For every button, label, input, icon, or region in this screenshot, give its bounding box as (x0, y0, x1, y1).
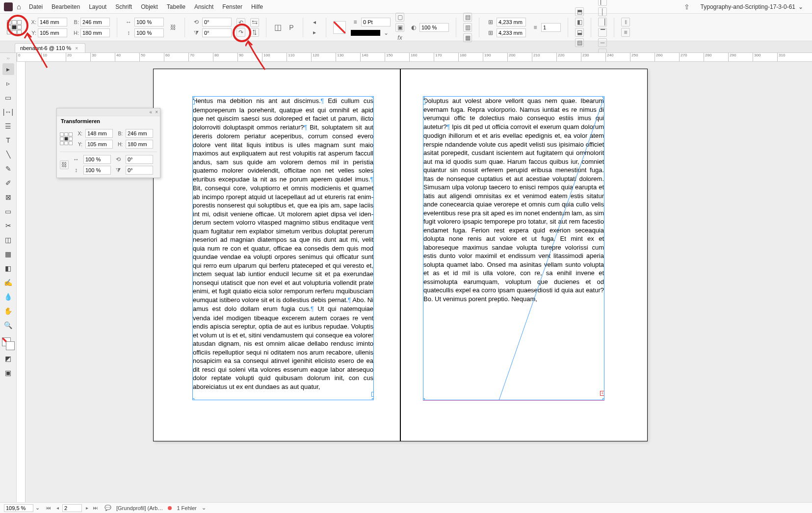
transform-panel[interactable]: «× Transformieren X: Y: B: H: (56, 108, 160, 178)
corner-options-icon[interactable]: ▢ (395, 13, 404, 22)
panel-constrain-icon[interactable]: ⛓ (60, 160, 69, 169)
panel-w-field[interactable] (126, 129, 153, 138)
wrap-bounding-icon[interactable]: ▥ (463, 23, 472, 32)
h-field[interactable] (80, 28, 110, 37)
select-content-icon[interactable]: P (287, 23, 296, 32)
flip-horizontal-icon[interactable]: ⮀ (250, 18, 259, 27)
last-page-icon[interactable]: ⏭ (92, 504, 100, 512)
fill-stroke-proxy[interactable] (2, 337, 15, 350)
x-field[interactable] (38, 18, 67, 26)
type-tool[interactable]: T (2, 134, 14, 146)
align-center-v-icon[interactable]: ◧ (575, 18, 584, 26)
free-transform-tool[interactable]: ◫ (2, 234, 14, 246)
object-prev-icon[interactable]: ◂ (310, 18, 319, 26)
text-frame-right[interactable]: Doluptus aut volest abore vellorit quas … (423, 96, 604, 400)
gradient-feather-tool[interactable]: ◧ (2, 262, 14, 274)
eyedropper-tool[interactable]: 💧 (2, 291, 14, 303)
constrain-icon[interactable]: ⛓ (169, 23, 178, 32)
text-frame-left[interactable]: Hentus ma debition nis ant aut discimus.… (192, 96, 374, 400)
menu-bearbeiten[interactable]: Bearbeiten (48, 1, 84, 12)
home-icon[interactable]: ⌂ (17, 2, 21, 11)
panel-y-field[interactable] (85, 140, 113, 149)
chevron-down-icon[interactable]: ⌄ (35, 505, 40, 511)
y-field[interactable] (38, 28, 67, 37)
first-page-icon[interactable]: ⏮ (45, 504, 52, 512)
in-port[interactable] (423, 100, 425, 104)
zoom-tool[interactable]: 🔍 (2, 319, 14, 331)
fx-icon[interactable]: fx (395, 33, 404, 42)
columns-field[interactable] (541, 23, 561, 32)
open-dialog-icon[interactable]: 💬 (105, 505, 111, 511)
panel-close-icon[interactable]: × (155, 109, 158, 115)
stroke-weight-field[interactable] (361, 18, 391, 26)
screen-mode-icon[interactable]: ▣ (2, 367, 14, 379)
stroke-style[interactable] (351, 30, 380, 36)
page-tool[interactable]: ▭ (2, 92, 14, 103)
pen-tool[interactable]: ✎ (2, 163, 14, 175)
align-bottom-icon[interactable]: ⬓ (575, 28, 584, 37)
close-icon[interactable]: × (75, 46, 78, 51)
panel-reference-point[interactable] (60, 132, 73, 145)
opacity-field[interactable] (419, 23, 449, 32)
effects-icon[interactable]: ▣ (395, 23, 404, 32)
transform-panel-tab[interactable]: Transformieren (57, 116, 160, 126)
content-collector-tool[interactable]: ☰ (2, 120, 14, 132)
line-tool[interactable]: ╲ (2, 149, 14, 160)
gap-tool[interactable]: |↔| (2, 106, 14, 118)
rotate-cw-icon[interactable]: ↷ (236, 28, 245, 37)
menu-schrift[interactable]: Schrift (111, 1, 136, 12)
panel-shear-field[interactable] (126, 166, 153, 175)
preflight-errors[interactable]: 1 Fehler (177, 505, 196, 511)
menu-layout[interactable]: Layout (85, 1, 110, 12)
object-next-icon[interactable]: ▸ (310, 28, 319, 37)
wrap-shape-icon[interactable]: ▦ (463, 33, 472, 42)
menu-tabelle[interactable]: Tabelle (163, 1, 189, 12)
menu-hilfe[interactable]: Hilfe (247, 1, 267, 12)
menu-ansicht[interactable]: Ansicht (190, 1, 217, 12)
gradient-swatch-tool[interactable]: ▦ (2, 248, 14, 260)
rotate-ccw-icon[interactable]: ↶ (236, 18, 245, 27)
align-vcenter-icon[interactable]: ─ (598, 38, 607, 47)
panel-rot-field[interactable] (126, 155, 153, 164)
align-hcenter-icon[interactable]: │ (598, 7, 607, 16)
gap-b-field[interactable] (497, 28, 526, 37)
select-container-icon[interactable]: ◫ (273, 23, 282, 32)
menu-objekt[interactable]: Objekt (137, 1, 162, 12)
prev-page-icon[interactable]: ◂ (53, 504, 61, 512)
note-tool[interactable]: ✍ (2, 277, 14, 288)
panel-collapse-icon[interactable]: « (150, 109, 153, 115)
flip-vertical-icon[interactable]: ⮁ (250, 28, 259, 37)
out-port[interactable] (371, 392, 374, 397)
scale-y-field[interactable] (134, 28, 164, 37)
menu-fenster[interactable]: Fenster (218, 1, 246, 12)
panel-sy-field[interactable] (83, 166, 111, 175)
chevron-down-icon[interactable]: ⌄ (202, 505, 206, 511)
wrap-none-icon[interactable]: ▤ (463, 13, 472, 22)
w-field[interactable] (80, 18, 110, 26)
gap-a-field[interactable] (497, 18, 526, 26)
hand-tool[interactable]: ✋ (2, 305, 14, 317)
direct-selection-tool[interactable]: ▹ (2, 77, 14, 89)
distribute-v-icon[interactable]: ≡ (621, 28, 630, 37)
chevron-down-icon[interactable]: ⌄ (382, 28, 391, 37)
share-icon[interactable]: ⇪ (679, 3, 695, 11)
workspace-switcher[interactable]: Typography-and-Scripting-17-3-0-61 ⌄ (696, 1, 808, 12)
align-justify-v-icon[interactable]: ▤ (575, 38, 584, 47)
scale-x-field[interactable] (134, 18, 164, 26)
preflight-profile[interactable]: [Grundprofil] (Arb… (116, 505, 163, 511)
align-top-icon[interactable]: ⬒ (575, 7, 584, 16)
zoom-field[interactable] (4, 504, 33, 512)
align-right-icon[interactable]: ▕ (598, 18, 607, 26)
overset-indicator[interactable]: + (600, 391, 604, 396)
panel-x-field[interactable] (85, 129, 113, 138)
panel-sx-field[interactable] (83, 155, 111, 164)
pencil-tool[interactable]: ✐ (2, 177, 14, 189)
align-left-icon[interactable]: ▏ (598, 0, 607, 6)
apply-color-icon[interactable]: ◩ (2, 353, 14, 364)
rectangle-tool[interactable]: ▭ (2, 205, 14, 217)
selection-tool[interactable]: ▸ (2, 63, 14, 75)
menu-datei[interactable]: Datei (25, 1, 47, 12)
reference-point-grid[interactable] (7, 20, 22, 35)
fill-swatch[interactable] (333, 21, 346, 34)
shear-field[interactable] (202, 28, 232, 37)
